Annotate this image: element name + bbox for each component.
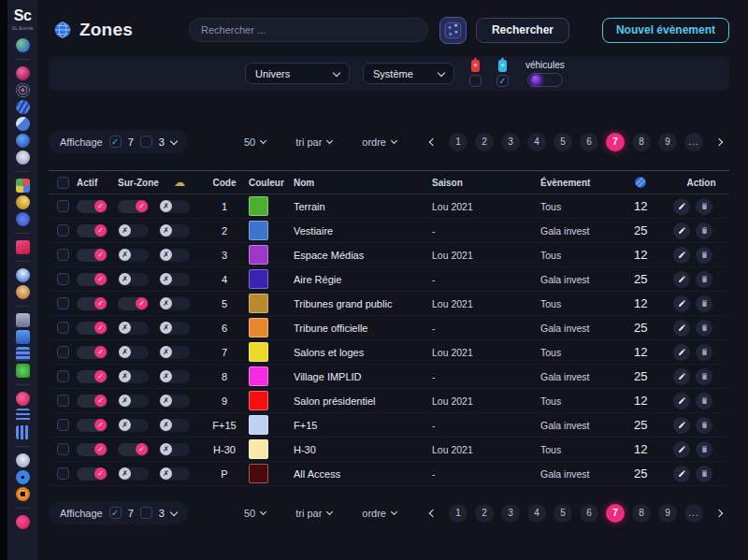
actif-toggle[interactable]: ✓ [77, 419, 108, 432]
row-checkbox[interactable] [57, 419, 69, 431]
affichage-option-3-checkbox[interactable] [140, 507, 152, 519]
meteo-toggle[interactable]: ✗ [159, 249, 190, 262]
page-button-3[interactable]: 3 [501, 133, 520, 151]
planet-stripes-icon[interactable] [16, 100, 30, 114]
edit-button[interactable] [673, 368, 690, 385]
row-checkbox[interactable] [57, 200, 69, 212]
page-button-5[interactable]: 5 [554, 133, 572, 151]
gear-icon[interactable] [16, 470, 30, 484]
order-select[interactable]: ordre [356, 508, 402, 519]
delete-button[interactable] [696, 466, 712, 482]
color-swatch[interactable] [249, 196, 268, 216]
color-swatch[interactable] [249, 245, 268, 265]
row-checkbox[interactable] [57, 273, 69, 285]
meteo-toggle[interactable]: ✗ [159, 419, 190, 432]
page-button-6[interactable]: 6 [580, 504, 598, 523]
page-size-select[interactable]: 50 [238, 136, 271, 148]
edit-button[interactable] [673, 320, 690, 337]
robot-icon[interactable] [16, 151, 30, 165]
page-button-6[interactable]: 6 [580, 133, 598, 151]
page-button-2[interactable]: 2 [475, 133, 494, 151]
edit-button[interactable] [673, 271, 690, 288]
affichage-option-7-checkbox[interactable]: ✓ [109, 136, 122, 148]
logout-icon[interactable] [16, 515, 30, 529]
prev-page-button[interactable] [423, 133, 441, 151]
search-input[interactable] [189, 18, 428, 42]
meteo-toggle[interactable]: ✗ [159, 200, 190, 213]
surzone-toggle[interactable]: ✗ [118, 346, 149, 359]
battery-red-checkbox[interactable] [469, 75, 482, 87]
meteo-toggle[interactable]: ✗ [159, 467, 190, 481]
actif-toggle[interactable]: ✓ [77, 443, 108, 456]
color-swatch[interactable] [249, 366, 268, 386]
color-swatch[interactable] [249, 391, 268, 410]
page-button-8[interactable]: 8 [632, 133, 651, 151]
delete-button[interactable] [696, 344, 712, 361]
color-swatch[interactable] [249, 342, 268, 362]
row-checkbox[interactable] [57, 370, 69, 382]
surzone-toggle[interactable]: ✗ [118, 224, 149, 237]
pagination-ellipsis[interactable]: ... [684, 133, 703, 151]
helmet-icon[interactable] [16, 268, 30, 282]
affichage-control[interactable]: Affichage ✓ 7 3 [49, 130, 188, 153]
delete-button[interactable] [696, 223, 712, 239]
sort-by-select[interactable]: tri par [290, 508, 338, 519]
row-checkbox[interactable] [57, 224, 69, 237]
envelope-icon[interactable] [16, 330, 30, 344]
page-button-7[interactable]: 7 [606, 133, 625, 151]
edit-button[interactable] [673, 393, 690, 409]
actif-toggle[interactable]: ✓ [77, 200, 108, 213]
surzone-toggle[interactable]: ✓ [118, 297, 149, 310]
battery-blue-checkbox[interactable]: ✓ [496, 75, 509, 87]
palette-grid-icon[interactable] [16, 179, 30, 193]
list-icon[interactable] [16, 409, 30, 423]
search-button[interactable]: Rechercher [476, 18, 569, 43]
delete-button[interactable] [696, 368, 712, 385]
delete-button[interactable] [696, 271, 712, 288]
meteo-toggle[interactable]: ✗ [159, 346, 190, 359]
row-checkbox[interactable] [57, 297, 69, 309]
server-icon[interactable] [16, 347, 30, 361]
page-button-1[interactable]: 1 [449, 133, 468, 151]
row-checkbox[interactable] [57, 443, 69, 455]
page-button-2[interactable]: 2 [475, 504, 494, 523]
surzone-toggle[interactable]: ✗ [118, 419, 149, 432]
prev-page-button[interactable] [423, 504, 441, 523]
delete-button[interactable] [696, 417, 712, 434]
surzone-toggle[interactable]: ✗ [118, 395, 149, 408]
page-button-3[interactable]: 3 [501, 504, 520, 523]
color-swatch[interactable] [249, 318, 268, 337]
edit-button[interactable] [673, 466, 690, 482]
affichage-option-3-checkbox[interactable] [140, 136, 152, 148]
meteo-toggle[interactable]: ✗ [159, 395, 190, 408]
color-swatch[interactable] [249, 221, 268, 240]
pagination-ellipsis[interactable]: ... [684, 504, 703, 523]
edit-button[interactable] [673, 198, 690, 215]
donut-icon[interactable] [16, 487, 30, 501]
meteo-toggle[interactable]: ✗ [159, 273, 190, 286]
univers-select[interactable]: Univers [245, 63, 350, 84]
orb-pink-icon[interactable] [16, 66, 30, 80]
vehicules-toggle[interactable] [527, 73, 563, 87]
meteo-toggle[interactable]: ✗ [159, 322, 190, 335]
radio-icon[interactable] [16, 313, 30, 327]
affichage-control[interactable]: Affichage ✓ 7 3 [49, 501, 188, 524]
meteo-toggle[interactable]: ✗ [159, 224, 190, 237]
row-checkbox[interactable] [57, 467, 69, 480]
page-size-select[interactable]: 50 [238, 508, 271, 519]
delete-button[interactable] [696, 198, 712, 215]
actif-toggle[interactable]: ✓ [77, 249, 108, 262]
color-swatch[interactable] [249, 294, 268, 313]
color-swatch[interactable] [249, 439, 268, 459]
page-button-9[interactable]: 9 [658, 133, 677, 151]
meteo-toggle[interactable]: ✗ [159, 370, 190, 383]
delete-button[interactable] [696, 441, 712, 458]
actif-toggle[interactable]: ✓ [77, 322, 108, 335]
target-rings-icon[interactable] [16, 83, 30, 97]
meteo-toggle[interactable]: ✗ [159, 297, 190, 310]
alien-invader-icon[interactable] [16, 364, 30, 378]
surzone-toggle[interactable]: ✗ [118, 370, 149, 383]
surzone-toggle[interactable]: ✗ [118, 273, 149, 286]
bar-chart-icon[interactable] [16, 425, 30, 439]
page-button-8[interactable]: 8 [632, 504, 651, 523]
